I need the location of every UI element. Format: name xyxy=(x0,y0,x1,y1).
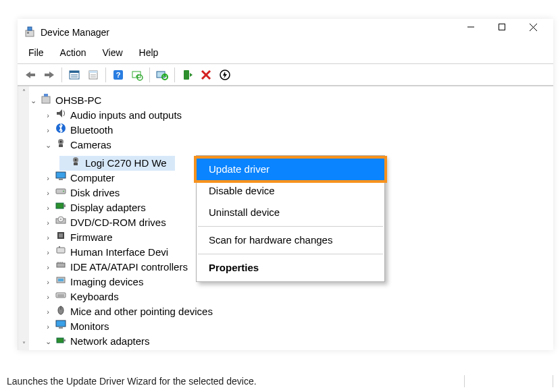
svg-point-36 xyxy=(60,141,62,143)
window-title: Device Manager xyxy=(41,27,109,38)
audio-icon xyxy=(55,108,66,123)
mouse-icon xyxy=(55,304,66,319)
app-window: Device Manager File Action View Help ? xyxy=(18,19,553,350)
chevron-right-icon: › xyxy=(45,215,51,230)
chevron-right-icon: › xyxy=(45,260,51,275)
chevron-right-icon: › xyxy=(45,230,51,245)
menu-action[interactable]: Action xyxy=(57,46,89,59)
ctx-properties[interactable]: Properties xyxy=(197,257,384,279)
svg-marker-9 xyxy=(49,72,54,78)
chevron-down-icon: ⌄ xyxy=(45,138,51,152)
context-menu: Update driver Disable device Uninstall d… xyxy=(196,155,385,282)
network-icon xyxy=(55,334,66,349)
tree-node-cameras[interactable]: ⌄ Cameras xyxy=(22,138,549,152)
toolbar: ? xyxy=(18,63,553,86)
show-hide-tree-button[interactable] xyxy=(66,66,83,84)
monitor-icon xyxy=(55,319,66,334)
monitor-icon xyxy=(55,171,66,186)
camera-icon xyxy=(70,156,81,171)
chevron-right-icon: › xyxy=(45,123,51,138)
tree-root[interactable]: ⌄ OHSB-PC xyxy=(22,93,549,108)
firmware-icon xyxy=(55,230,66,245)
tree-node-keyboards[interactable]: › Keyboards xyxy=(22,289,549,304)
ctx-separator xyxy=(198,254,383,254)
svg-rect-67 xyxy=(57,338,63,343)
enable-device-button[interactable] xyxy=(178,66,196,84)
chevron-right-icon: › xyxy=(45,186,51,200)
tree-node-mice[interactable]: › Mice and other pointing devices xyxy=(22,304,549,319)
chevron-right-icon: › xyxy=(45,275,51,289)
update-driver-button[interactable] xyxy=(153,66,171,84)
menu-file[interactable]: File xyxy=(26,46,47,59)
tree-leaf-logi-c270[interactable]: Logi C270 HD We Update driver Disable de… xyxy=(22,152,549,171)
ctx-scan-hardware[interactable]: Scan for hardware changes xyxy=(197,229,384,251)
svg-rect-66 xyxy=(59,327,63,329)
ctx-disable-device[interactable]: Disable device xyxy=(197,180,384,202)
svg-point-49 xyxy=(60,219,61,220)
bluetooth-icon xyxy=(55,123,66,138)
svg-rect-46 xyxy=(63,204,66,207)
properties-button[interactable] xyxy=(84,66,102,84)
tree-node-bluetooth[interactable]: › Bluetooth xyxy=(22,123,549,138)
menu-help[interactable]: Help xyxy=(136,46,161,59)
minimize-button[interactable] xyxy=(460,19,491,39)
svg-rect-8 xyxy=(30,74,35,76)
hid-icon xyxy=(55,245,66,260)
svg-rect-12 xyxy=(70,71,79,73)
ctx-separator xyxy=(198,226,383,227)
cd-icon xyxy=(55,215,66,230)
svg-rect-54 xyxy=(57,263,65,267)
imaging-icon xyxy=(55,275,66,289)
chevron-right-icon: › xyxy=(45,171,51,186)
menu-view[interactable]: View xyxy=(99,46,125,59)
svg-rect-2 xyxy=(27,32,29,34)
chevron-down-icon: ⌄ xyxy=(45,334,51,349)
app-icon xyxy=(24,26,41,39)
chevron-down-icon: ⌄ xyxy=(30,93,36,108)
tree-node-audio[interactable]: › Audio inputs and outputs xyxy=(22,108,549,123)
svg-rect-4 xyxy=(499,24,505,30)
disable-device-button[interactable] xyxy=(216,66,234,84)
svg-rect-42 xyxy=(59,179,63,180)
svg-rect-59 xyxy=(58,279,63,281)
svg-rect-37 xyxy=(59,144,63,147)
chevron-right-icon: › xyxy=(45,304,51,319)
svg-rect-25 xyxy=(184,70,189,80)
back-button[interactable] xyxy=(22,66,39,84)
menubar: File Action View Help xyxy=(18,46,553,63)
display-adapter-icon xyxy=(55,200,66,215)
svg-rect-68 xyxy=(63,339,66,341)
svg-rect-0 xyxy=(26,30,34,36)
computer-icon xyxy=(41,93,51,108)
ctx-uninstall-device[interactable]: Uninstall device xyxy=(197,202,384,223)
chevron-right-icon: › xyxy=(45,319,51,334)
chevron-right-icon: › xyxy=(45,289,51,304)
camera-icon xyxy=(55,138,66,152)
chevron-right-icon: › xyxy=(45,245,51,260)
scan-hardware-button[interactable] xyxy=(128,66,146,84)
svg-marker-7 xyxy=(26,72,30,78)
svg-rect-41 xyxy=(56,172,66,178)
ctx-update-driver[interactable]: Update driver xyxy=(197,159,384,180)
svg-marker-26 xyxy=(190,73,193,77)
maximize-button[interactable] xyxy=(491,19,522,39)
forward-button[interactable] xyxy=(41,66,58,84)
svg-rect-52 xyxy=(57,248,65,253)
svg-rect-1 xyxy=(28,27,32,30)
ide-icon xyxy=(55,260,66,275)
svg-marker-30 xyxy=(223,72,227,78)
svg-point-44 xyxy=(63,191,64,192)
uninstall-device-button[interactable] xyxy=(197,66,215,84)
svg-rect-16 xyxy=(89,71,97,73)
tree-root-label: OHSB-PC xyxy=(55,93,101,108)
svg-point-39 xyxy=(75,159,77,161)
tree-node-network[interactable]: ⌄ Network adapters xyxy=(22,334,549,349)
svg-rect-32 xyxy=(44,94,48,96)
help-button[interactable]: ? xyxy=(109,66,127,84)
status-text: Launches the Update Driver Wizard for th… xyxy=(7,376,257,387)
titlebar: Device Manager xyxy=(18,19,553,46)
svg-rect-45 xyxy=(56,203,63,208)
svg-marker-33 xyxy=(57,109,62,117)
tree-node-monitors[interactable]: › Monitors xyxy=(22,319,549,334)
close-button[interactable] xyxy=(522,19,553,39)
